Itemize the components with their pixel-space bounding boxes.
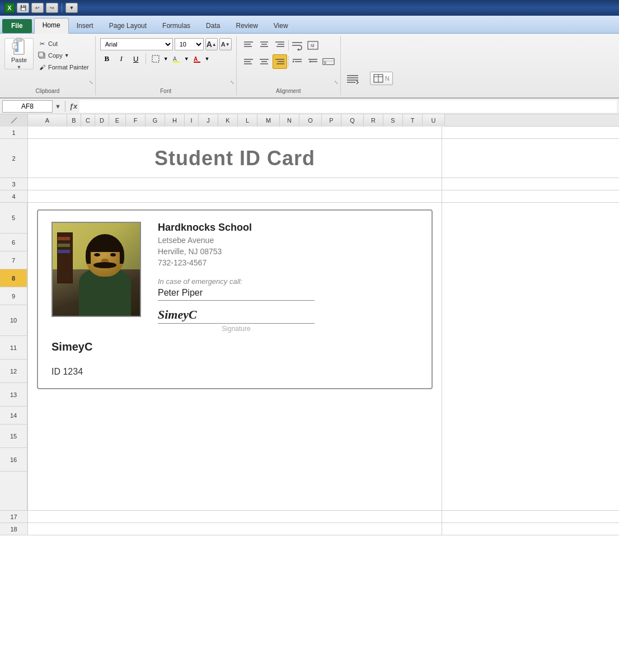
tab-file[interactable]: File <box>2 19 32 33</box>
row-number-8[interactable]: 8 <box>0 269 27 287</box>
col-header-Q[interactable]: Q <box>341 114 364 127</box>
col-header-T[interactable]: T <box>403 114 423 127</box>
col-header-H[interactable]: H <box>165 114 185 127</box>
cell-reference-box[interactable]: AF8 <box>2 100 53 113</box>
align-top-right-button[interactable] <box>273 38 287 53</box>
paste-button[interactable]: 📋 Paste ▼ <box>4 38 34 69</box>
row-number-5[interactable]: 5 <box>0 203 27 234</box>
row-number-13[interactable]: 13 <box>0 383 27 407</box>
clipboard-expand[interactable]: ⤡ <box>89 80 93 85</box>
row-number-12[interactable]: 12 <box>0 360 27 383</box>
cell-ref-dropdown[interactable]: ▼ <box>55 103 61 110</box>
border-button[interactable] <box>149 52 162 66</box>
cell-A18[interactable] <box>28 523 442 535</box>
font-family-select[interactable]: Arial <box>100 38 173 50</box>
tab-view[interactable]: View <box>266 19 296 33</box>
row-number-2[interactable]: 2 <box>0 139 28 178</box>
tab-review[interactable]: Review <box>228 19 265 33</box>
decrease-indent-button[interactable] <box>290 54 304 69</box>
undo-button[interactable]: ↩ <box>31 3 44 13</box>
cell-A1[interactable] <box>28 127 442 138</box>
col-header-J[interactable]: J <box>199 114 218 127</box>
border-arrow[interactable]: ▼ <box>163 56 168 62</box>
cell-id-card[interactable]: Hardknocks School Letsebe Avenue Hervill… <box>28 203 442 510</box>
cell-A2[interactable]: Student ID Card <box>28 139 442 178</box>
copy-button[interactable]: Copy ▼ <box>36 50 91 61</box>
cell-A4[interactable] <box>28 190 442 202</box>
paste-arrow: ▼ <box>17 64 22 70</box>
col-header-I[interactable]: I <box>185 114 199 127</box>
row-number-16[interactable]: 16 <box>0 448 27 472</box>
tab-data[interactable]: Data <box>198 19 228 33</box>
align-left-button[interactable] <box>241 54 256 69</box>
row-number-14[interactable]: 14 <box>0 407 27 424</box>
row-number-11[interactable]: 11 <box>0 336 27 360</box>
row-number-18[interactable]: 18 <box>0 523 28 535</box>
format-painter-button[interactable]: 🖌 Format Painter <box>36 62 91 73</box>
save-button[interactable]: 💾 <box>17 3 29 13</box>
col-header-O[interactable]: O <box>299 114 322 127</box>
col-header-B[interactable]: B <box>67 114 81 127</box>
font-color-button[interactable]: A <box>190 52 204 66</box>
col-header-C[interactable]: C <box>81 114 95 127</box>
cell-A3[interactable] <box>28 178 442 190</box>
font-color-arrow[interactable]: ▼ <box>205 56 210 62</box>
col-header-K[interactable]: K <box>218 114 238 127</box>
italic-button[interactable]: I <box>115 52 128 66</box>
increase-indent-button[interactable] <box>306 54 320 69</box>
wrap-text-button[interactable] <box>290 38 304 53</box>
function-icon: ƒx <box>69 102 77 110</box>
redo-button[interactable]: ↪ <box>46 3 58 13</box>
cell-A17[interactable] <box>28 511 442 522</box>
font-size-select[interactable]: 10 <box>175 38 204 50</box>
row-number-3[interactable]: 3 <box>0 178 28 190</box>
row-number-15[interactable]: 15 <box>0 424 27 448</box>
font-grow-button[interactable]: A▲ <box>205 38 218 50</box>
col-header-S[interactable]: S <box>383 114 403 127</box>
col-header-A[interactable]: A <box>28 114 67 127</box>
svg-rect-7 <box>39 52 44 57</box>
font-grow-icon: A <box>207 40 212 49</box>
customize-button[interactable]: ▼ <box>65 3 78 13</box>
font-expand[interactable]: ⤡ <box>230 80 235 85</box>
table-format-button[interactable]: N <box>370 72 393 85</box>
col-header-F[interactable]: F <box>126 114 146 127</box>
row-number-10[interactable]: 10 <box>0 305 27 336</box>
row-number-1[interactable]: 1 <box>0 127 28 138</box>
row-number-9[interactable]: 9 <box>0 287 27 305</box>
align-right-button[interactable] <box>273 54 287 69</box>
tab-insert[interactable]: Insert <box>69 19 101 33</box>
font-shrink-button[interactable]: A▼ <box>219 38 232 50</box>
font-label: Font <box>160 86 171 94</box>
col-header-N[interactable]: N <box>280 114 299 127</box>
underline-button[interactable]: U <box>129 52 143 66</box>
align-center-button[interactable] <box>257 54 271 69</box>
col-header-R[interactable]: R <box>364 114 383 127</box>
col-header-U[interactable]: U <box>423 114 445 127</box>
col-header-L[interactable]: L <box>238 114 257 127</box>
table-row: 17 <box>0 511 619 523</box>
col-header-G[interactable]: G <box>146 114 165 127</box>
align-top-left-button[interactable] <box>241 38 256 53</box>
id-card-top: Hardknocks School Letsebe Avenue Hervill… <box>51 222 418 333</box>
row-number-6[interactable]: 6 <box>0 234 27 251</box>
alignment-expand[interactable]: ⤡ <box>334 80 339 85</box>
tab-page-layout[interactable]: Page Layout <box>101 19 154 33</box>
row-number-17[interactable]: 17 <box>0 511 28 522</box>
merge-cells-button[interactable]: M <box>306 38 320 53</box>
row-number-7[interactable]: 7 <box>0 251 27 269</box>
tab-home[interactable]: Home <box>34 18 69 34</box>
row-number-4[interactable]: 4 <box>0 190 28 202</box>
col-header-P[interactable]: P <box>322 114 341 127</box>
align-top-center-button[interactable] <box>257 38 271 53</box>
bold-button[interactable]: B <box>100 52 114 66</box>
col-header-E[interactable]: E <box>109 114 126 127</box>
col-header-D[interactable]: D <box>95 114 109 127</box>
fill-color-arrow[interactable]: ▼ <box>184 56 189 62</box>
number-format-button[interactable]: $ <box>321 54 336 69</box>
col-header-M[interactable]: M <box>257 114 280 127</box>
fill-color-button[interactable]: A <box>170 52 183 66</box>
cut-button[interactable]: ✂ Cut <box>36 38 91 49</box>
formula-input[interactable] <box>79 100 617 113</box>
tab-formulas[interactable]: Formulas <box>154 19 198 33</box>
